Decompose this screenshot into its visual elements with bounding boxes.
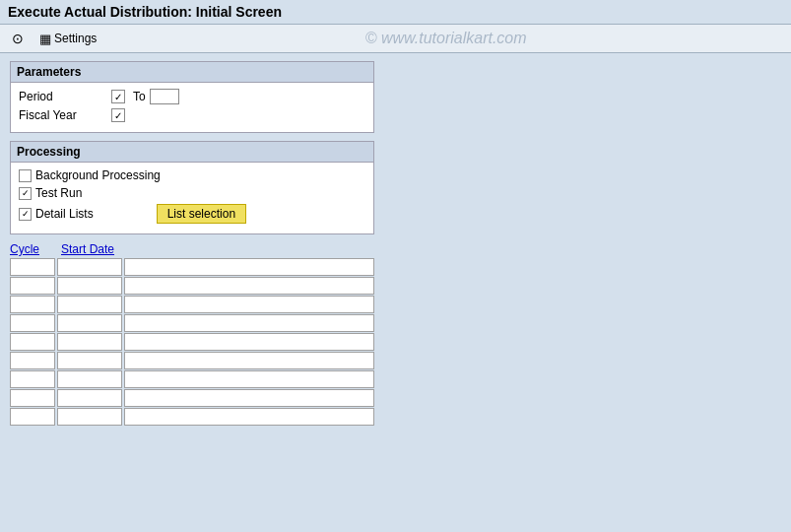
description-cell[interactable] bbox=[124, 277, 374, 295]
background-checkbox[interactable] bbox=[19, 169, 32, 182]
parameters-header: Parameters bbox=[11, 62, 373, 83]
description-cell[interactable] bbox=[124, 408, 374, 426]
back-button[interactable]: ⊙ bbox=[8, 29, 28, 48]
table-row bbox=[10, 370, 374, 388]
test-run-row: Test Run bbox=[19, 186, 365, 200]
start-date-cell[interactable] bbox=[57, 389, 122, 407]
test-run-checkbox[interactable] bbox=[19, 187, 32, 200]
table-row bbox=[10, 389, 374, 407]
start-date-cell[interactable] bbox=[57, 314, 122, 332]
start-date-cell[interactable] bbox=[57, 277, 122, 295]
period-to-input[interactable] bbox=[150, 89, 179, 104]
settings-label: Settings bbox=[54, 32, 97, 45]
table-row bbox=[10, 333, 374, 351]
period-checkbox[interactable] bbox=[111, 90, 125, 103]
processing-section: Processing Background Processing Test Ru… bbox=[10, 141, 374, 234]
background-processing-row: Background Processing bbox=[19, 168, 365, 182]
page-title: Execute Actual Distribution: Initial Scr… bbox=[8, 4, 282, 20]
settings-icon: ▦ bbox=[39, 32, 51, 46]
table-row bbox=[10, 408, 374, 426]
description-cell[interactable] bbox=[124, 389, 374, 407]
description-cell[interactable] bbox=[124, 370, 374, 388]
cycle-cell[interactable] bbox=[10, 277, 55, 295]
start-date-cell[interactable] bbox=[57, 370, 122, 388]
toolbar: ⊙ ▦ Settings © www.tutorialkart.com bbox=[0, 25, 791, 53]
fiscal-year-label: Fiscal Year bbox=[19, 108, 107, 122]
detail-lists-checkbox[interactable] bbox=[19, 208, 32, 221]
table-section: Cycle Start Date bbox=[10, 242, 374, 426]
cycle-cell[interactable] bbox=[10, 296, 55, 313]
table-header: Cycle Start Date bbox=[10, 242, 374, 256]
cycle-cell[interactable] bbox=[10, 370, 55, 388]
cycle-cell[interactable] bbox=[10, 352, 55, 369]
list-selection-button[interactable]: List selection bbox=[157, 204, 246, 224]
description-cell[interactable] bbox=[124, 314, 374, 332]
title-bar: Execute Actual Distribution: Initial Scr… bbox=[0, 0, 791, 25]
table-row bbox=[10, 296, 374, 313]
fiscal-year-checkbox[interactable] bbox=[111, 108, 125, 122]
start-date-col-header[interactable]: Start Date bbox=[61, 242, 128, 256]
parameters-body: Period To Fiscal Year bbox=[11, 83, 373, 132]
processing-body: Background Processing Test Run Detail Li… bbox=[11, 163, 373, 233]
start-date-cell[interactable] bbox=[57, 333, 122, 351]
table-row bbox=[10, 258, 374, 276]
description-cell[interactable] bbox=[124, 296, 374, 313]
detail-lists-label: Detail Lists bbox=[35, 207, 94, 221]
main-content: Parameters Period To Fiscal Year Process… bbox=[0, 53, 791, 433]
settings-button[interactable]: ▦ Settings bbox=[35, 30, 100, 48]
to-label: To bbox=[133, 90, 146, 103]
description-cell[interactable] bbox=[124, 333, 374, 351]
cycle-cell[interactable] bbox=[10, 258, 55, 276]
start-date-cell[interactable] bbox=[57, 408, 122, 426]
description-cell[interactable] bbox=[124, 258, 374, 276]
table-row bbox=[10, 277, 374, 295]
table-rows bbox=[10, 258, 374, 426]
back-icon: ⊙ bbox=[12, 31, 24, 46]
background-label: Background Processing bbox=[35, 168, 161, 182]
cycle-col-header[interactable]: Cycle bbox=[10, 242, 57, 256]
start-date-cell[interactable] bbox=[57, 258, 122, 276]
cycle-cell[interactable] bbox=[10, 314, 55, 332]
period-row: Period To bbox=[19, 89, 365, 104]
start-date-cell[interactable] bbox=[57, 352, 122, 369]
fiscal-year-row: Fiscal Year bbox=[19, 108, 365, 122]
period-label: Period bbox=[19, 90, 107, 103]
parameters-section: Parameters Period To Fiscal Year bbox=[10, 61, 374, 133]
processing-header: Processing bbox=[11, 142, 373, 163]
table-row bbox=[10, 352, 374, 369]
table-row bbox=[10, 314, 374, 332]
test-run-label: Test Run bbox=[35, 186, 82, 200]
start-date-cell[interactable] bbox=[57, 296, 122, 313]
watermark-text: © www.tutorialkart.com bbox=[108, 30, 783, 47]
cycle-cell[interactable] bbox=[10, 333, 55, 351]
cycle-cell[interactable] bbox=[10, 389, 55, 407]
description-cell[interactable] bbox=[124, 352, 374, 369]
detail-lists-row: Detail Lists List selection bbox=[19, 204, 365, 224]
cycle-cell[interactable] bbox=[10, 408, 55, 426]
